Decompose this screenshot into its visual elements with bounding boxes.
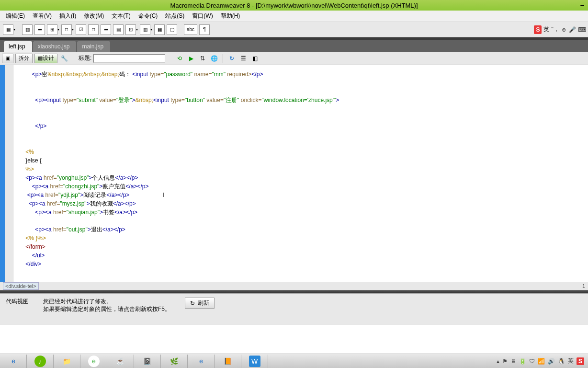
- taskbar-explorer-icon[interactable]: 📁: [54, 355, 80, 368]
- caret-icon[interactable]: ▾: [136, 27, 138, 32]
- code-view-button[interactable]: ▣: [2, 54, 13, 63]
- menu-modify[interactable]: 修改(M): [80, 11, 108, 21]
- insert-list-icon[interactable]: ☰: [101, 24, 111, 35]
- window-titlebar: Macromedia Dreamweaver 8 - [D:\mywork\wb…: [0, 0, 588, 11]
- insert-form-icon[interactable]: ☑: [76, 24, 86, 35]
- insert-media-icon[interactable]: □: [61, 24, 72, 35]
- tag-selector-bar: <div.side-tel> 1: [0, 282, 588, 290]
- taskbar-music-icon[interactable]: ♪: [27, 355, 54, 368]
- tray-lang[interactable]: 英: [568, 357, 574, 365]
- ime-punct-icon[interactable]: "，: [551, 25, 559, 34]
- menu-edit[interactable]: 编辑(E): [2, 11, 29, 21]
- tag-path[interactable]: <div.side-tel>: [3, 282, 39, 290]
- line-number: 1: [582, 283, 585, 289]
- properties-view-label: 代码视图: [6, 298, 29, 306]
- preview-globe-icon[interactable]: 🌐: [209, 54, 219, 63]
- validate-icon[interactable]: ▶: [186, 54, 196, 63]
- document-tabs: left.jsp xiaoshuo.jsp main.jsp: [0, 40, 588, 52]
- properties-message-2: 如果要编辑选定对象的属性，请点击刷新或按F5。: [43, 305, 170, 313]
- properties-message-1: 您已经对代码进行了修改。: [43, 298, 170, 305]
- page-title-input[interactable]: [93, 54, 165, 63]
- caret-icon[interactable]: ▾: [72, 27, 74, 32]
- insert-tag-icon[interactable]: ▦: [154, 24, 165, 35]
- sogou-ime-icon[interactable]: S: [534, 25, 542, 34]
- code-gutter: [5, 65, 13, 282]
- no-browser-check-icon[interactable]: ⟲: [175, 54, 184, 63]
- tab-main-jsp[interactable]: main.jsp: [77, 41, 110, 52]
- minimize-button[interactable]: –: [580, 1, 584, 9]
- tray-wifi-icon[interactable]: 📶: [538, 358, 545, 365]
- visual-aids-icon[interactable]: ◧: [250, 54, 260, 63]
- refresh-icon[interactable]: ↻: [227, 54, 237, 63]
- view-options-icon[interactable]: ☰: [238, 54, 248, 63]
- file-management-icon[interactable]: ⇅: [198, 54, 207, 63]
- title-label: 标题:: [79, 54, 91, 62]
- server-debug-icon[interactable]: 🔧: [59, 54, 69, 63]
- taskbar-book-icon[interactable]: 📙: [215, 355, 241, 368]
- insert-div-icon[interactable]: ☰: [34, 24, 45, 35]
- ime-lang[interactable]: 英: [543, 25, 549, 34]
- ime-emoji-icon[interactable]: ☺: [561, 26, 567, 33]
- taskbar-wps-icon[interactable]: W: [241, 355, 268, 368]
- main-menu-bar: 编辑(E) 查看(V) 插入(I) 修改(M) 文本(T) 命令(C) 站点(S…: [0, 11, 588, 22]
- insert-image-icon[interactable]: ⊞: [47, 24, 57, 35]
- insert-toolbar: ▦▾ ▥ ☰ ⊞▾ □▾ ☑ □ ☰ ▤ ⊡▾ ▥▾ ▦ ▢ abc ¶ S 英…: [0, 22, 588, 37]
- insert-template-icon[interactable]: ▥: [140, 24, 150, 35]
- menu-view[interactable]: 查看(V): [29, 11, 56, 21]
- tray-sound-icon[interactable]: 🔊: [548, 358, 555, 365]
- taskbar-java-icon[interactable]: ☕: [107, 355, 134, 368]
- taskbar-ie2-icon[interactable]: ｅ: [188, 355, 215, 368]
- tray-qq-icon[interactable]: 🐧: [558, 358, 565, 365]
- menu-site[interactable]: 站点(S): [161, 11, 188, 21]
- code-content[interactable]: <p>密&nbsp;&nbsp;&nbsp;&nbsp;码： <input ty…: [13, 65, 588, 282]
- taskbar-notes-icon[interactable]: 📓: [134, 355, 161, 368]
- insert-chars-icon[interactable]: abc: [184, 24, 197, 35]
- refresh-icon: ↻: [190, 300, 195, 307]
- insert-comment-icon[interactable]: ¶: [199, 24, 210, 35]
- insert-ssi-icon[interactable]: ▢: [167, 24, 177, 35]
- text-cursor: I: [163, 192, 164, 198]
- ime-mic-icon[interactable]: 🎤: [569, 26, 576, 33]
- refresh-button[interactable]: ↻ 刷新: [185, 298, 215, 309]
- document-toolbar: ▣ 拆分 ▩ 设计 🔧 标题: ⟲ ▶ ⇅ 🌐 ↻ ☰ ◧: [0, 52, 588, 65]
- menu-text[interactable]: 文本(T): [108, 11, 134, 21]
- taskbar-360-icon[interactable]: ｅ: [80, 355, 107, 368]
- caret-icon[interactable]: ▾: [57, 27, 59, 32]
- menu-commands[interactable]: 命令(C): [135, 11, 162, 21]
- design-view-button[interactable]: ▩ 设计: [34, 54, 57, 63]
- tray-up-icon[interactable]: ▴: [497, 358, 499, 365]
- caret-icon[interactable]: ▾: [13, 27, 15, 32]
- menu-help[interactable]: 帮助(H): [217, 11, 244, 21]
- code-editor[interactable]: <p>密&nbsp;&nbsp;&nbsp;&nbsp;码： <input ty…: [0, 65, 588, 282]
- tray-safedisk-icon[interactable]: 🖥: [510, 358, 516, 365]
- menu-insert[interactable]: 插入(I): [56, 11, 80, 21]
- code-gutter-marker: [0, 65, 5, 282]
- caret-icon[interactable]: ▾: [150, 27, 152, 32]
- tray-net-icon[interactable]: 🛡: [529, 358, 535, 365]
- insert-frame-icon[interactable]: ⊡: [125, 24, 136, 35]
- window-title: Macromedia Dreamweaver 8 - [D:\mywork\wb…: [170, 2, 418, 9]
- tray-sogou-icon[interactable]: S: [577, 357, 584, 365]
- system-tray: ▴ ⚑ 🖥 🔋 🛡 📶 🔊 🐧 英 S: [497, 357, 588, 365]
- insert-layout-icon[interactable]: ▤: [113, 24, 124, 35]
- insert-text-icon[interactable]: □: [88, 24, 99, 35]
- properties-panel: 代码视图 您已经对代码进行了修改。 如果要编辑选定对象的属性，请点击刷新或按F5…: [0, 293, 588, 324]
- tab-xiaoshuo-jsp[interactable]: xiaoshuo.jsp: [33, 41, 77, 52]
- taskbar-weibo-icon[interactable]: 🌿: [161, 355, 188, 368]
- tray-battery-icon[interactable]: 🔋: [519, 358, 526, 365]
- insert-hyperlink-icon[interactable]: ▦: [3, 24, 13, 35]
- ime-keyboard-icon[interactable]: ⌨: [578, 26, 586, 33]
- tray-flag-icon[interactable]: ⚑: [502, 358, 508, 365]
- menu-window[interactable]: 窗口(W): [188, 11, 216, 21]
- refresh-label: 刷新: [198, 299, 209, 307]
- insert-table-icon[interactable]: ▥: [22, 24, 33, 35]
- split-view-button[interactable]: 拆分: [15, 54, 33, 63]
- windows-taskbar: ｅ ♪ 📁 ｅ ☕ 📓 🌿 ｅ 📙 W ▴ ⚑ 🖥 🔋 🛡 📶 🔊 🐧 英 S: [0, 354, 588, 368]
- taskbar-ie-icon[interactable]: ｅ: [0, 355, 27, 368]
- tab-left-jsp[interactable]: left.jsp: [4, 41, 32, 52]
